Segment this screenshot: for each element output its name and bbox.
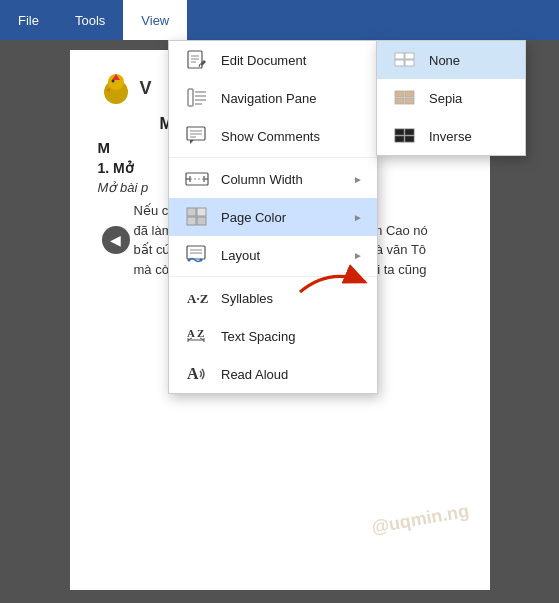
sepia-label: Sepia xyxy=(429,91,511,106)
page-color-icon xyxy=(183,205,211,229)
svg-line-9 xyxy=(199,64,200,67)
prev-arrow[interactable]: ◀ xyxy=(102,226,130,254)
menu-tools[interactable]: Tools xyxy=(57,0,123,40)
menu-item-edit-document[interactable]: Edit Document xyxy=(169,41,377,79)
svg-rect-10 xyxy=(188,89,193,106)
svg-rect-48 xyxy=(395,98,404,104)
layout-label: Layout xyxy=(221,248,349,263)
text-spacing-label: Text Spacing xyxy=(221,329,363,344)
menu-item-read-aloud[interactable]: A Read Aloud xyxy=(169,355,377,393)
svg-text:A: A xyxy=(187,365,199,382)
menu-item-layout[interactable]: Layout ► xyxy=(169,236,377,274)
menu-item-text-spacing[interactable]: A Z Text Spacing xyxy=(169,317,377,355)
doc-italic-text: Mở bài p xyxy=(98,180,149,195)
syllables-label: Syllables xyxy=(221,291,363,306)
svg-rect-27 xyxy=(187,217,196,225)
page-color-inverse-icon xyxy=(391,124,419,148)
page-color-submenu: None Sepia Inverse xyxy=(376,40,526,156)
doc-title-v: V xyxy=(140,78,152,99)
svg-rect-47 xyxy=(405,91,414,97)
text-spacing-icon: A Z xyxy=(183,324,211,348)
column-width-icon xyxy=(183,167,211,191)
page-color-inverse[interactable]: Inverse xyxy=(377,117,525,155)
svg-rect-43 xyxy=(405,53,414,59)
svg-rect-50 xyxy=(395,129,404,135)
edit-document-label: Edit Document xyxy=(221,53,363,68)
doc-logo xyxy=(98,70,134,106)
svg-rect-44 xyxy=(395,60,404,66)
inverse-label: Inverse xyxy=(429,129,511,144)
view-dropdown: Edit Document Navigation Pane Show xyxy=(168,40,378,394)
svg-rect-28 xyxy=(197,217,206,225)
svg-rect-51 xyxy=(405,129,414,135)
svg-rect-46 xyxy=(395,91,404,97)
show-comments-label: Show Comments xyxy=(221,129,363,144)
show-comments-icon xyxy=(183,124,211,148)
layout-arrow: ► xyxy=(353,250,363,261)
menu-bar: File Tools View xyxy=(0,0,187,40)
svg-rect-52 xyxy=(395,136,404,142)
menu-view[interactable]: View xyxy=(123,0,187,40)
column-width-label: Column Width xyxy=(221,172,349,187)
menu-item-syllables[interactable]: A·Z Syllables xyxy=(169,279,377,317)
svg-text:A Z: A Z xyxy=(187,327,204,339)
layout-icon xyxy=(183,243,211,267)
svg-point-33 xyxy=(200,259,203,262)
divider2 xyxy=(169,276,377,277)
svg-rect-49 xyxy=(405,98,414,104)
page-color-sepia[interactable]: Sepia xyxy=(377,79,525,117)
svg-point-32 xyxy=(188,259,191,262)
navigation-pane-label: Navigation Pane xyxy=(221,91,363,106)
svg-rect-53 xyxy=(405,136,414,142)
svg-rect-42 xyxy=(395,53,404,59)
menu-item-show-comments[interactable]: Show Comments xyxy=(169,117,377,155)
menu-item-navigation-pane[interactable]: Navigation Pane xyxy=(169,79,377,117)
doc-numbered-text: 1. Mở xyxy=(98,160,134,176)
svg-rect-25 xyxy=(187,208,196,216)
none-label: None xyxy=(429,53,511,68)
divider1 xyxy=(169,157,377,158)
svg-rect-45 xyxy=(405,60,414,66)
read-aloud-label: Read Aloud xyxy=(221,367,363,382)
menu-item-page-color[interactable]: Page Color ► xyxy=(169,198,377,236)
edit-document-icon xyxy=(183,48,211,72)
svg-text:A·Z: A·Z xyxy=(187,291,208,306)
page-color-none-icon xyxy=(391,48,419,72)
menu-file[interactable]: File xyxy=(0,0,57,40)
navigation-pane-icon xyxy=(183,86,211,110)
page-color-sepia-icon xyxy=(391,86,419,110)
svg-rect-26 xyxy=(197,208,206,216)
page-color-arrow: ► xyxy=(353,212,363,223)
page-color-none[interactable]: None xyxy=(377,41,525,79)
page-color-label: Page Color xyxy=(221,210,349,225)
svg-point-3 xyxy=(111,80,114,83)
watermark: @uqmin.ng xyxy=(370,501,471,539)
column-width-arrow: ► xyxy=(353,174,363,185)
top-bar: File Tools View xyxy=(0,0,559,40)
read-aloud-icon: A xyxy=(183,362,211,386)
menu-item-column-width[interactable]: Column Width ► xyxy=(169,160,377,198)
syllables-icon: A·Z xyxy=(183,286,211,310)
